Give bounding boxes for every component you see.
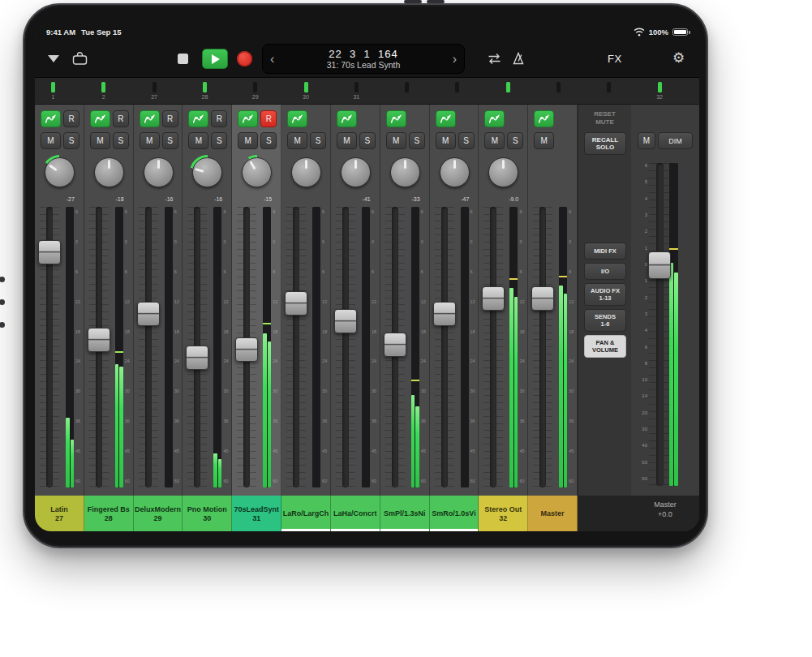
pan-knob[interactable] (486, 155, 521, 190)
track-label[interactable]: Master (528, 496, 578, 531)
pan-knob[interactable] (239, 155, 274, 190)
automation-button[interactable] (238, 110, 258, 127)
hide-mixer-chevron-button[interactable] (48, 55, 59, 62)
track-label[interactable]: Latin27 (35, 496, 84, 531)
reset-mute-button[interactable]: RESET MUTE (578, 110, 631, 127)
fx-stack-button[interactable]: PAN &VOLUME (584, 335, 626, 358)
record-enable-button[interactable]: R (162, 110, 178, 127)
fader-cap[interactable] (482, 286, 505, 311)
automation-button[interactable] (287, 110, 307, 127)
track-label[interactable]: DeluxModern29 (134, 496, 183, 531)
master-dim-button[interactable]: DIM (658, 132, 693, 149)
track-label[interactable]: SmPl/1.3sNi (380, 496, 430, 531)
solo-button[interactable]: S (260, 132, 277, 149)
fader-cap[interactable] (186, 346, 208, 370)
solo-button[interactable]: S (409, 132, 425, 149)
record-enable-button[interactable]: R (63, 110, 79, 127)
mute-button[interactable]: M (386, 132, 406, 149)
fader-scale-label: 18 (322, 329, 327, 334)
settings-gear-icon[interactable]: ⚙ (672, 50, 685, 67)
master-fader-cap[interactable] (648, 251, 671, 279)
fader-cap[interactable] (285, 291, 307, 316)
fx-stack-button[interactable]: MIDI FX (584, 243, 626, 260)
record-enable-button[interactable]: R (260, 110, 277, 127)
automation-button[interactable] (337, 110, 357, 127)
record-button[interactable] (237, 51, 252, 67)
record-enable-button[interactable]: R (113, 110, 129, 127)
fx-button[interactable]: FX (608, 53, 622, 65)
master-scale-label: 6 (633, 345, 647, 350)
solo-button[interactable]: S (458, 132, 475, 149)
fader-cap[interactable] (88, 328, 110, 352)
mute-button[interactable]: M (188, 132, 208, 149)
cycle-icon[interactable] (486, 53, 503, 65)
fader-cap[interactable] (531, 286, 554, 311)
fader-cap[interactable] (137, 302, 160, 326)
pan-knob-face (341, 157, 371, 187)
fader-cap[interactable] (334, 309, 357, 333)
automation-button[interactable] (484, 110, 505, 127)
pan-knob[interactable] (92, 155, 127, 190)
mute-button[interactable]: M (436, 132, 456, 149)
track-label[interactable]: LaRo/LargCh (281, 496, 331, 531)
browser-icon[interactable] (72, 52, 88, 65)
automation-button[interactable] (90, 110, 110, 127)
recall-solo-button[interactable]: RECALL SOLO (584, 132, 626, 155)
automation-button[interactable] (188, 110, 208, 127)
fader-cap[interactable] (433, 302, 456, 326)
track-label[interactable]: 70sLeadSynt31 (232, 496, 281, 531)
mute-button[interactable]: M (337, 132, 357, 149)
mute-button[interactable]: M (90, 132, 110, 149)
fx-stack-button[interactable]: SENDS1-6 (584, 309, 626, 332)
play-button[interactable] (202, 49, 228, 69)
master-mute-button[interactable]: M (638, 132, 655, 149)
mute-button[interactable]: M (238, 132, 258, 149)
fader-cap[interactable] (235, 337, 258, 362)
track-label[interactable]: Pno Motion30 (183, 496, 232, 531)
mute-button[interactable]: M (484, 132, 505, 149)
pan-knob[interactable] (338, 155, 373, 190)
metronome-icon[interactable] (512, 52, 525, 65)
fx-button-line: I/O (601, 268, 609, 275)
track-label[interactable]: LaHa/Concrt (331, 496, 380, 531)
solo-button[interactable]: S (359, 132, 376, 149)
solo-button[interactable]: S (310, 132, 326, 149)
mute-button[interactable]: M (287, 132, 307, 149)
mute-button[interactable]: M (534, 132, 554, 149)
lcd-display[interactable]: ‹ 22 3 1 164 31: 70s Lead Synth › (262, 44, 465, 74)
stop-button[interactable] (178, 54, 188, 64)
pan-knob[interactable] (42, 155, 77, 190)
solo-button[interactable]: S (162, 132, 178, 149)
fx-stack-button[interactable]: AUDIO FX1-13 (584, 283, 626, 306)
mute-button[interactable]: M (41, 132, 61, 149)
track-label[interactable]: Stereo Out32 (479, 496, 528, 531)
automation-button[interactable] (386, 110, 406, 127)
mute-button[interactable]: M (140, 132, 160, 149)
pan-knob[interactable] (190, 155, 225, 190)
pan-pointer (489, 158, 518, 187)
pan-knob[interactable] (141, 155, 176, 190)
track-label[interactable]: SmRo/1.0sVi (430, 496, 479, 531)
automation-button[interactable] (140, 110, 160, 127)
record-enable-button[interactable]: R (211, 110, 227, 127)
pan-knob[interactable] (289, 155, 324, 190)
master-scale-label: 14 (633, 393, 647, 399)
track-label[interactable]: Fingered Bs28 (84, 496, 134, 531)
automation-button[interactable] (436, 110, 456, 127)
solo-button[interactable]: S (507, 132, 523, 149)
next-track-chevron[interactable]: › (453, 53, 457, 66)
fader-cap[interactable] (38, 240, 61, 264)
fader-scale-label: 0 (174, 239, 177, 244)
fx-stack-button[interactable]: I/O (584, 263, 626, 280)
track-name: SmRo/1.0sVi (432, 509, 475, 517)
fader-cap[interactable] (384, 333, 406, 357)
solo-button[interactable]: S (63, 132, 79, 149)
pan-knob[interactable] (388, 155, 423, 190)
fader-scale-label: 45 (569, 449, 574, 453)
solo-button[interactable]: S (113, 132, 129, 149)
automation-button[interactable] (41, 110, 61, 127)
pan-knob[interactable] (437, 155, 472, 190)
automation-button[interactable] (534, 110, 554, 127)
fader-scale-label: 45 (519, 449, 524, 453)
solo-button[interactable]: S (211, 132, 227, 149)
